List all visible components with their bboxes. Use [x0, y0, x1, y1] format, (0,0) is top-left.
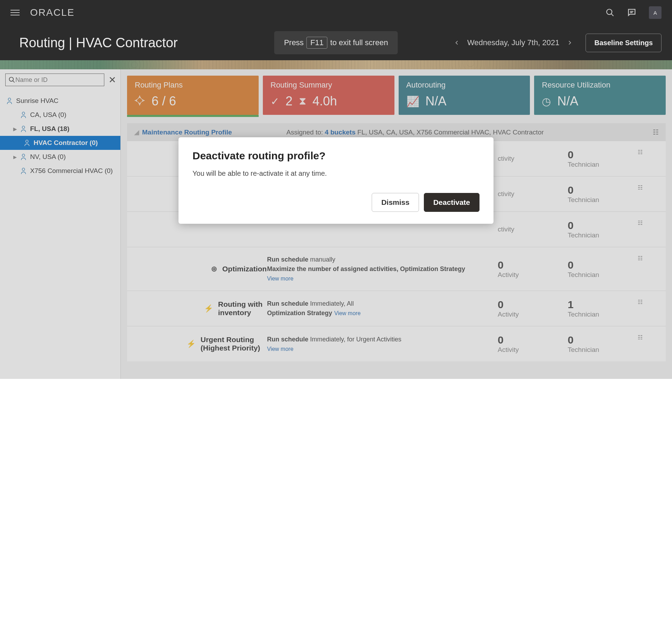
strategy-text: Maximize the number of assigned activiti… [267, 265, 465, 272]
tech-label: Technician [568, 271, 638, 279]
activity-tail: ctivity [498, 155, 514, 162]
search-input[interactable] [15, 76, 101, 84]
view-more-link[interactable]: View more [267, 345, 498, 353]
svg-point-6 [8, 98, 10, 100]
current-date[interactable]: Wednesday, July 7th, 2021 [467, 38, 559, 47]
person-icon [6, 97, 13, 104]
card-autorouting[interactable]: Autorouting 📈N/A [399, 76, 530, 115]
sidebar-item[interactable]: CA, USA (0) [0, 108, 120, 122]
schedule-label: Run schedule [267, 256, 308, 263]
actions-icon[interactable]: ☷ [638, 184, 659, 191]
sidebar-item[interactable]: HVAC Contractor (0) [0, 136, 120, 150]
actions-icon[interactable]: ☷ [638, 299, 659, 305]
person-icon [20, 153, 27, 160]
decorative-strip [0, 60, 672, 69]
schedule-label: Run schedule [267, 336, 308, 343]
modal-body: You will be able to re-activate it at an… [192, 169, 479, 178]
bolt-icon: ⚡ [187, 340, 196, 348]
check-icon: ✓ [271, 95, 279, 108]
optimization-icon: ⊛ [211, 265, 217, 273]
tech-count: 0 [568, 259, 638, 271]
card-routing-summary[interactable]: Routing Summary ✓2 ⧗4.0h [263, 76, 394, 115]
topbar: ORACLE A [0, 0, 672, 25]
person-icon [20, 125, 27, 132]
card-title: Resource Utilization [542, 81, 658, 90]
menu-icon[interactable] [10, 10, 20, 15]
expand-icon[interactable]: ▶ [13, 154, 18, 160]
svg-point-8 [22, 126, 24, 129]
schedule-value: Immediately, for Urgent Activities [308, 336, 401, 343]
deactivate-button[interactable]: Deactivate [424, 193, 479, 212]
activity-label: Activity [498, 346, 568, 354]
f11-pre: Press [284, 38, 303, 47]
sidebar-item-label: HVAC Contractor (0) [34, 139, 98, 147]
chat-icon[interactable] [627, 8, 637, 18]
plan-row-urgent: ⚡Urgent Routing (Highest Priority) Run s… [127, 326, 666, 361]
card-routing-plans[interactable]: Routing Plans ⯎6 / 6 [127, 76, 259, 115]
tech-count: 0 [568, 184, 638, 196]
plan-name: Routing with inventory [218, 300, 267, 317]
deactivate-modal: Deactivate routing profile? You will be … [178, 137, 493, 224]
actions-icon[interactable]: ☷ [638, 220, 659, 226]
sidebar-item[interactable]: X756 Commercial HVAC (0) [0, 164, 120, 178]
baseline-settings-button[interactable]: Baseline Settings [586, 34, 662, 52]
activity-count: 0 [498, 299, 568, 311]
tech-count: 0 [568, 149, 638, 161]
page-header: Routing | HVAC Contractor Press F11 to e… [0, 25, 672, 60]
sidebar-item[interactable]: ▶NV, USA (0) [0, 150, 120, 164]
tech-label: Technician [568, 346, 638, 354]
sidebar-item-label: FL, USA (18) [30, 125, 69, 133]
activity-label: Activity [498, 271, 568, 279]
card-value: N/A [426, 94, 447, 109]
sidebar-item-label: NV, USA (0) [30, 153, 66, 161]
sidebar: ✕ Sunrise HVACCA, USA (0)▶FL, USA (18)HV… [0, 69, 121, 379]
svg-point-4 [9, 77, 14, 82]
sidebar-search[interactable] [5, 74, 104, 86]
card-title: Autorouting [406, 81, 523, 90]
tech-label: Technician [568, 311, 638, 318]
plan-row-inventory: ⚡Routing with inventory Run schedule Imm… [127, 291, 666, 326]
buckets-link[interactable]: 4 buckets [325, 129, 356, 136]
card-resource-utilization[interactable]: Resource Utilization ◷N/A [534, 76, 666, 115]
buckets-list: FL, USA, CA, USA, X756 Commercial HVAC, … [357, 129, 544, 136]
svg-point-0 [607, 9, 612, 14]
expand-icon[interactable]: ▶ [13, 126, 18, 132]
actions-icon[interactable]: ☷ [638, 149, 659, 155]
actions-icon[interactable]: ☷ [638, 334, 659, 341]
card-value: 6 / 6 [152, 94, 176, 109]
next-day-icon[interactable] [566, 39, 573, 46]
sidebar-item-label: CA, USA (0) [30, 111, 66, 119]
card-value: 2 [286, 94, 293, 109]
schedule-label: Run schedule [267, 300, 308, 307]
svg-point-9 [26, 140, 28, 143]
view-more-link[interactable]: View more [334, 310, 360, 316]
content-area: Routing Plans ⯎6 / 6 Routing Summary ✓2 … [121, 69, 672, 379]
dismiss-button[interactable]: Dismiss [372, 193, 419, 212]
activity-tail: ctivity [498, 226, 514, 233]
card-value: N/A [557, 94, 578, 109]
sidebar-item[interactable]: ▶FL, USA (18) [0, 122, 120, 136]
svg-line-1 [611, 14, 614, 16]
search-icon[interactable] [606, 8, 615, 17]
sidebar-item[interactable]: Sunrise HVAC [0, 94, 120, 108]
card-title: Routing Summary [271, 81, 387, 90]
bolt-icon: ⚡ [204, 304, 213, 313]
card-title: Routing Plans [135, 81, 251, 90]
tech-label: Technician [568, 161, 638, 168]
chart-icon: 📈 [406, 95, 419, 108]
gauge-icon: ◷ [542, 95, 551, 108]
activity-count: 0 [498, 334, 568, 346]
svg-point-10 [22, 154, 24, 157]
avatar[interactable]: A [649, 6, 662, 19]
puzzle-icon: ⯎ [135, 95, 145, 107]
close-icon[interactable]: ✕ [108, 75, 116, 85]
search-icon [8, 76, 15, 83]
actions-icon[interactable]: ☷ [653, 128, 659, 136]
view-more-link[interactable]: View more [267, 275, 498, 283]
prev-day-icon[interactable] [453, 39, 460, 46]
person-icon [24, 139, 30, 146]
actions-icon[interactable]: ☷ [638, 255, 659, 262]
assigned-label: Assigned to: [286, 129, 325, 136]
profile-name-link[interactable]: Maintenance Routing Profile [142, 129, 232, 136]
tech-count: 0 [568, 220, 638, 231]
